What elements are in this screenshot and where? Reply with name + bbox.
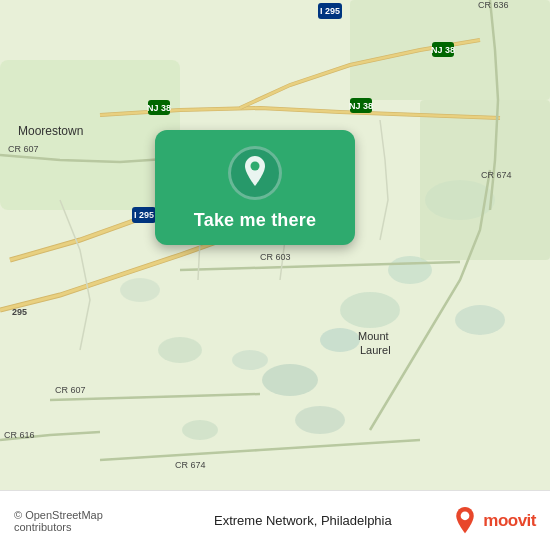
svg-text:CR 674: CR 674: [481, 170, 512, 180]
svg-text:NJ 38: NJ 38: [147, 103, 171, 113]
svg-text:Moorestown: Moorestown: [18, 124, 83, 138]
tooltip-label: Take me there: [194, 210, 316, 231]
svg-text:CR 616: CR 616: [4, 430, 35, 440]
svg-point-7: [232, 350, 268, 370]
bottom-bar: © OpenStreetMap contributors Extreme Net…: [0, 490, 550, 550]
location-info: Extreme Network, Philadelphia: [162, 513, 443, 528]
svg-point-9: [158, 337, 202, 363]
svg-text:NJ 38: NJ 38: [349, 101, 373, 111]
svg-text:NJ 38: NJ 38: [431, 45, 455, 55]
svg-text:Laurel: Laurel: [360, 344, 391, 356]
svg-text:CR 674: CR 674: [175, 460, 206, 470]
svg-text:CR 636: CR 636: [478, 0, 509, 10]
svg-point-6: [262, 364, 318, 396]
copyright-text: © OpenStreetMap contributors: [14, 509, 154, 533]
svg-text:Mount: Mount: [358, 330, 389, 342]
svg-point-8: [120, 278, 160, 302]
svg-point-2: [320, 328, 360, 352]
svg-text:I 295: I 295: [320, 6, 340, 16]
take-me-there-button[interactable]: Take me there: [155, 130, 355, 245]
moovit-logo: moovit: [451, 507, 536, 535]
moovit-brand-text: moovit: [483, 511, 536, 531]
svg-point-10: [295, 406, 345, 434]
svg-text:I 295: I 295: [134, 210, 154, 220]
svg-point-11: [182, 420, 218, 440]
svg-rect-14: [420, 100, 550, 260]
svg-point-36: [251, 162, 260, 171]
svg-text:CR 607: CR 607: [55, 385, 86, 395]
moovit-pin-icon: [451, 507, 479, 535]
svg-point-3: [388, 256, 432, 284]
svg-text:CR 603: CR 603: [260, 252, 291, 262]
map-container: I 295 NJ 38 NJ 38 NJ 38 I 295 295 CR 607…: [0, 0, 550, 490]
svg-point-37: [461, 511, 470, 520]
location-pin-icon: [228, 146, 282, 200]
svg-point-1: [340, 292, 400, 328]
svg-text:295: 295: [12, 307, 27, 317]
svg-text:CR 607: CR 607: [8, 144, 39, 154]
svg-point-5: [455, 305, 505, 335]
